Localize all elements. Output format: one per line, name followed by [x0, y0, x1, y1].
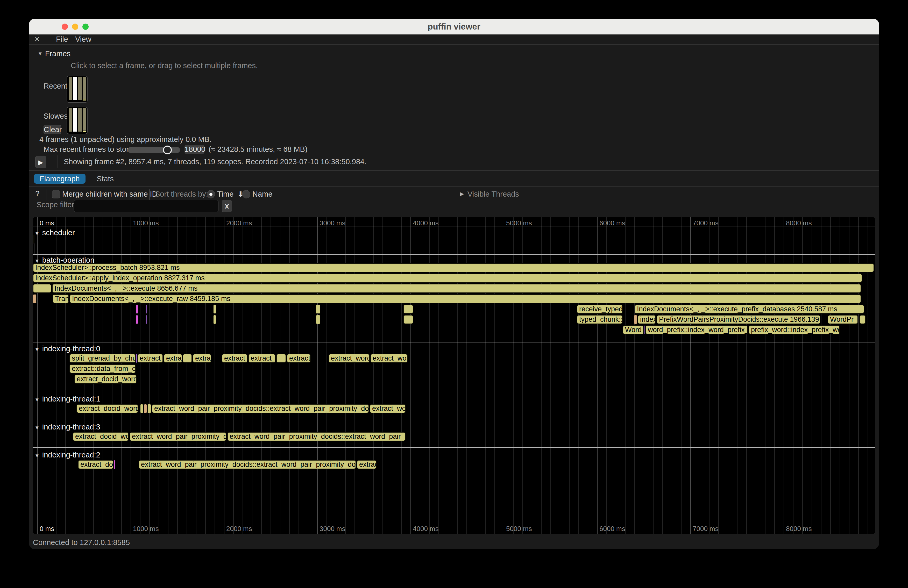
flamegraph-scope-bar[interactable]: split_grenad_by_chun	[69, 354, 136, 363]
max-frames-value[interactable]: 18000	[185, 145, 204, 154]
flamegraph-scope-bar[interactable]: PrefixWordPairsProximityDocids::execute …	[657, 315, 820, 324]
thread-collapse-icon[interactable]: ▼	[34, 397, 40, 403]
visible-threads-header[interactable]: Visible Threads	[467, 190, 519, 198]
scope-filter-input[interactable]	[74, 200, 219, 212]
help-button[interactable]: ?	[35, 190, 39, 198]
max-frames-slider-knob[interactable]	[163, 146, 172, 154]
flamegraph-scope-bar[interactable]: extract	[287, 354, 311, 363]
flamegraph-scope-bar[interactable]	[316, 305, 320, 314]
flamegraph-scope-bar[interactable]: extract_wo	[370, 354, 407, 363]
flamegraph-scope-bar[interactable]	[276, 354, 286, 363]
flamegraph-scope-bar[interactable]	[136, 315, 138, 324]
flamegraph-canvas[interactable]: 0 ms0 ms1000 ms1000 ms2000 ms2000 ms3000…	[33, 217, 875, 534]
menu-item-file[interactable]: File	[56, 34, 68, 44]
flamegraph-scope-bar[interactable]: extract_word	[328, 354, 370, 363]
flamegraph-scope-bar[interactable]: extra	[164, 354, 182, 363]
flamegraph-scope-bar[interactable]: Trans	[53, 294, 69, 303]
flamegraph-scope-bar[interactable]	[144, 404, 147, 413]
play-button[interactable]: ▶	[35, 156, 46, 168]
flamegraph-scope-bar[interactable]: extrac	[193, 354, 211, 363]
flamegraph-scope-bar[interactable]	[147, 404, 151, 413]
thread-header[interactable]: ▼indexing-thread:3	[34, 423, 100, 431]
flamegraph-scope-bar[interactable]: receive_typed_	[577, 305, 623, 314]
flamegraph-scope-bar[interactable]	[316, 315, 320, 324]
flamegraph-scope-bar[interactable]: WordPr	[828, 315, 858, 324]
thumbnail-frame-bar[interactable]	[69, 77, 72, 100]
frames-header[interactable]: Frames	[45, 50, 71, 58]
menu-item-view[interactable]: View	[75, 34, 91, 44]
thread-collapse-icon[interactable]: ▼	[34, 453, 40, 458]
flamegraph-scope-bar[interactable]: extract_wo	[370, 404, 406, 413]
thumbnail-frame-bar[interactable]	[73, 108, 77, 132]
flamegraph-scope-bar[interactable]	[136, 354, 137, 363]
flamegraph-scope-bar[interactable]	[403, 315, 413, 324]
clear-filter-button[interactable]: x	[222, 200, 232, 212]
merge-children-checkbox[interactable]	[52, 190, 60, 198]
slowest-frames-thumbnail[interactable]	[67, 107, 88, 134]
thumbnail-frame-bar[interactable]	[69, 108, 72, 132]
flamegraph-scope-bar[interactable]: extract_doc	[78, 460, 114, 469]
flamegraph-scope-bar[interactable]	[183, 354, 192, 363]
flamegraph-scope-bar[interactable]: IndexDocuments<_, _>::execute_prefix_dat…	[634, 305, 864, 314]
flamegraph-scope-bar[interactable]: IndexScheduler>::process_batch 8953.821 …	[33, 263, 874, 272]
max-frames-slider[interactable]	[127, 147, 180, 153]
thread-header[interactable]: ▼indexing-thread:0	[34, 344, 100, 353]
flamegraph-scope-bar[interactable]: prefix_word::index_prefix_wo	[749, 325, 840, 334]
tab-flamegraph[interactable]: Flamegraph	[34, 174, 85, 184]
flamegraph-scope-bar[interactable]	[213, 305, 216, 314]
thread-collapse-icon[interactable]: ▼	[34, 258, 40, 264]
sort-radio-name[interactable]	[242, 190, 250, 198]
flamegraph-scope-bar[interactable]	[146, 305, 147, 314]
flamegraph-scope-bar[interactable]	[114, 460, 115, 469]
flamegraph-scope-bar[interactable]	[33, 284, 51, 293]
flamegraph-scope-bar[interactable]	[146, 315, 147, 324]
thread-header[interactable]: ▼indexing-thread:1	[34, 395, 100, 403]
flamegraph-scope-bar[interactable]: extract_word_pair_proximity_docids	[130, 432, 226, 441]
flamegraph-scope-bar[interactable]: extract_	[222, 354, 248, 363]
flamegraph-scope-bar[interactable]: index	[638, 315, 656, 324]
flamegraph-scope-bar[interactable]: IndexDocuments<_, _>::execute 8656.677 m…	[52, 284, 861, 293]
flamegraph-scope-bar[interactable]	[634, 315, 637, 324]
thread-collapse-icon[interactable]: ▼	[34, 231, 40, 236]
flamegraph-scope-bar[interactable]: IndexDocuments<_, _>::execute_raw 8459.1…	[70, 294, 861, 303]
flamegraph-scope-bar[interactable]	[403, 305, 413, 314]
tab-stats[interactable]: Stats	[91, 174, 119, 184]
recent-frames-thumbnail[interactable]	[67, 76, 88, 103]
flamegraph-scope-bar[interactable]: extract_docid_word	[74, 374, 137, 384]
frames-collapse-icon[interactable]: ▼	[37, 51, 43, 57]
flamegraph-scope-bar[interactable]	[644, 325, 645, 334]
visible-threads-collapse-icon[interactable]: ▶	[460, 191, 464, 197]
thread-header[interactable]: ▼indexing-thread:2	[34, 451, 100, 459]
flamegraph-scope-bar[interactable]: Word	[623, 325, 644, 334]
flamegraph-scope-bar[interactable]	[213, 315, 216, 324]
flamegraph-scope-bar[interactable]: typed_chunk::w	[577, 315, 623, 324]
flamegraph-scope-bar[interactable]: IndexScheduler>::apply_index_operation 8…	[33, 273, 862, 283]
thumbnail-frame-bar[interactable]	[83, 108, 86, 130]
thumbnail-frame-bar[interactable]	[78, 108, 82, 132]
thumbnail-frame-bar[interactable]	[73, 77, 77, 100]
clear-button[interactable]: Clear	[43, 125, 61, 134]
flamegraph-scope-bar[interactable]	[33, 294, 37, 303]
sort-radio-time[interactable]	[207, 190, 215, 198]
thread-collapse-icon[interactable]: ▼	[34, 425, 40, 431]
flamegraph-scope-bar[interactable]	[859, 315, 866, 324]
flamegraph-scope-bar[interactable]	[34, 235, 34, 244]
thread-name: indexing-thread:0	[42, 344, 100, 353]
thumbnail-frame-bar[interactable]	[78, 77, 82, 100]
flamegraph-scope-bar[interactable]: extract_	[248, 354, 275, 363]
flamegraph-scope-bar[interactable]: extract_docid_word	[76, 404, 138, 413]
flamegraph-scope-bar[interactable]: extract_word_pair_proximity_docids::extr…	[227, 432, 406, 441]
flamegraph-scope-bar[interactable]: extract_docid_word	[73, 432, 129, 441]
flamegraph-scope-bar[interactable]: extract::data_from_ob	[69, 364, 136, 373]
thread-collapse-icon[interactable]: ▼	[34, 347, 40, 352]
theme-toggle-icon[interactable]: ✳	[34, 34, 40, 44]
flamegraph-scope-bar[interactable]: extract_word_pair_proximity_docids::extr…	[138, 460, 356, 469]
flamegraph-scope-bar[interactable]	[136, 305, 138, 314]
thread-header[interactable]: ▼scheduler	[34, 228, 75, 237]
flamegraph-scope-bar[interactable]: extract_word_pair_proximity_docids::extr…	[152, 404, 369, 413]
thumbnail-frame-bar[interactable]	[83, 77, 86, 99]
flamegraph-scope-bar[interactable]: word_prefix::index_word_prefix_	[646, 325, 748, 334]
flamegraph-scope-bar[interactable]: extract	[137, 354, 163, 363]
flamegraph-scope-bar[interactable]: extrac	[357, 460, 377, 469]
flamegraph-scope-bar[interactable]	[140, 404, 143, 413]
